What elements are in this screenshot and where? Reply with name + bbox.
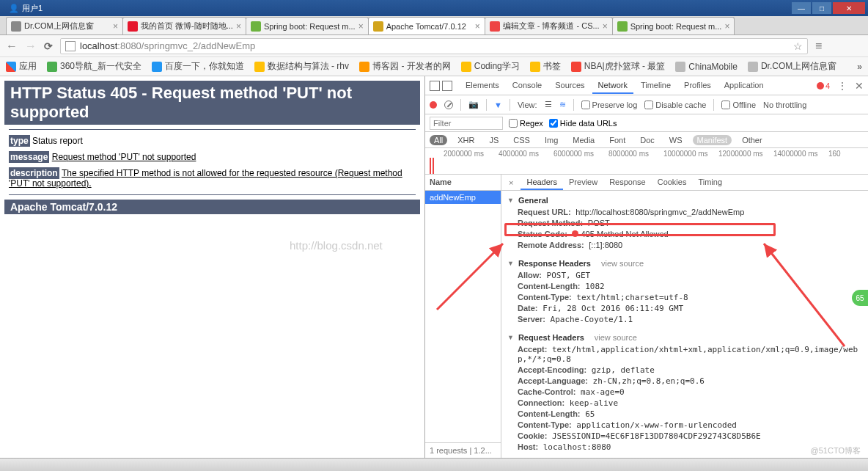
user-label: 👤 用户1 [3,3,43,14]
regex-checkbox[interactable]: Regex [509,119,543,128]
general-title[interactable]: General [507,194,862,207]
bookmark-item[interactable]: ChinaMobile [675,60,738,73]
type-filter-button[interactable]: CSS [509,135,534,145]
response-headers-title[interactable]: Response Headersview source [507,257,862,270]
bookmark-item[interactable]: 360导航_新一代安全 [47,60,141,73]
header-row: Content-Type: application/x-www-form-url… [507,420,862,431]
request-row[interactable]: addNewEmp [425,191,501,204]
tab-title: 编辑文章 - 博客频道 - CS... [503,21,600,32]
chrome-menu-icon[interactable]: ≡ [815,40,822,53]
device-mode-icon[interactable] [442,81,452,91]
bookmark-item[interactable]: 百度一下，你就知道 [152,60,244,73]
browser-tab[interactable]: Spring boot: Request m...× [612,17,735,34]
devtools-tab[interactable]: Elements [460,78,505,94]
type-filter-button[interactable]: WS [665,135,687,145]
hide-data-urls-checkbox[interactable]: Hide data URLs [549,119,617,128]
devtools-tab[interactable]: Sources [549,78,590,94]
browser-tab[interactable]: Spring boot: Request m...× [246,17,369,34]
inspect-element-icon[interactable] [430,81,440,91]
name-header[interactable]: Name [425,175,501,191]
bookmark-item[interactable]: Dr.COM上网信息窗 [748,60,836,73]
bookmark-icon [461,62,471,72]
type-filter-button[interactable]: Font [605,135,630,145]
address-bar[interactable]: localhost:8080/springmvc_2/addNewEmp ☆ [60,38,808,54]
window-minimize-button[interactable]: — [792,2,811,14]
bookmark-icon [571,62,581,72]
network-toolbar: 📷 ▼ View: ☰ ≋ Preserve log Disable cache… [425,95,868,114]
large-rows-icon[interactable]: ☰ [545,100,552,109]
bookmarks-overflow-icon[interactable]: » [857,62,862,72]
devtools-menu-icon[interactable]: ⋮ [837,80,847,92]
window-maximize-button[interactable]: □ [812,2,831,14]
tab-close-icon[interactable]: × [110,21,118,32]
devtools-close-icon[interactable]: ✕ [855,80,864,92]
nav-forward-button[interactable]: → [25,40,37,53]
bookmark-item[interactable]: 书签 [530,60,561,73]
filter-input[interactable] [430,117,503,130]
type-filter-button[interactable]: Other [738,135,767,145]
bookmark-item[interactable]: NBA|虎扑篮球 - 最篮 [571,60,665,73]
clear-button[interactable] [444,101,453,109]
timeline-tick: 10000000 ms [663,150,708,158]
tab-favicon [617,21,628,32]
devtools-tab[interactable]: Application [718,78,770,94]
type-filter-button[interactable]: Manifest [693,135,732,145]
header-row: Content-Type: text/html;charset=utf-8 [507,292,862,303]
devtools-tab[interactable]: Console [507,78,548,94]
tab-close-icon[interactable]: × [356,21,364,32]
tab-close-icon[interactable]: × [233,21,241,32]
window-close-button[interactable]: ✕ [833,2,865,14]
record-button[interactable] [430,101,437,109]
tab-favicon [490,21,500,32]
devtools-tab[interactable]: Timeline [635,78,677,94]
browser-tab[interactable]: Apache Tomcat/7.0.12× [368,17,485,34]
nav-back-button[interactable]: ← [6,40,18,53]
detail-tab[interactable]: Cookies [652,175,693,190]
throttle-select[interactable]: No throttling [763,101,806,109]
tab-close-icon[interactable]: × [472,21,480,32]
type-filter-button[interactable]: All [430,135,447,145]
filter-toggle-icon[interactable]: ▼ [494,101,502,109]
page-icon [65,41,76,51]
type-filter-button[interactable]: JS [485,135,503,145]
detail-tab[interactable]: Timing [692,175,728,190]
cto-watermark: @51CTO博客 [811,445,861,456]
bookmark-item[interactable]: Coding学习 [461,60,520,73]
type-filter-button[interactable]: Img [540,135,562,145]
detail-tab[interactable]: Response [603,175,652,190]
capture-screenshot-icon[interactable]: 📷 [468,100,479,109]
devtools-tab[interactable]: Network [592,78,633,94]
bookmark-star-icon[interactable]: ☆ [793,40,803,52]
browser-tab[interactable]: Dr.COM上网信息窗× [6,17,123,34]
windows-taskbar[interactable] [0,458,868,471]
disable-cache-checkbox[interactable]: Disable cache [644,101,706,109]
bookmark-item[interactable]: 博客园 - 开发者的网 [359,60,451,73]
offline-checkbox[interactable]: Offline [721,101,756,109]
side-badge[interactable]: 65 [852,290,868,306]
browser-tab[interactable]: 我的首页 微博-随时随地...× [122,17,246,34]
bookmark-icon [530,62,540,72]
tab-title: 我的首页 微博-随时随地... [141,21,233,32]
reload-button[interactable]: ⟳ [44,40,53,52]
details-close-icon[interactable]: × [504,178,518,187]
timeline[interactable]: 2000000 ms4000000 ms6000000 ms8000000 ms… [425,148,868,175]
devtools-tab[interactable]: Profiles [678,78,717,94]
bookmark-item[interactable]: 数据结构与算法 - rhv [254,60,349,73]
detail-tab[interactable]: Headers [521,175,563,190]
tab-close-icon[interactable]: × [721,21,729,32]
type-filter-button[interactable]: Media [568,135,599,145]
request-headers-title[interactable]: Request Headersview source [507,331,862,344]
tab-title: Dr.COM上网信息窗 [24,21,110,32]
tab-close-icon[interactable]: × [600,21,608,32]
type-filter-button[interactable]: Doc [636,135,659,145]
requests-name-column: Name addNewEmp 1 requests | 1.2... [425,175,501,458]
type-filter-button[interactable]: XHR [453,135,479,145]
preserve-log-checkbox[interactable]: Preserve log [581,101,638,109]
waterfall-icon[interactable]: ≋ [559,100,566,109]
browser-tab[interactable]: 编辑文章 - 博客频道 - CS...× [485,17,613,34]
detail-tab[interactable]: Preview [563,175,603,190]
error-count-badge[interactable]: 4 [817,81,830,90]
apps-button[interactable]: 应用 [6,60,37,73]
filter-row: Regex Hide data URLs [425,114,868,132]
header-row: Allow: POST, GET [507,270,862,281]
